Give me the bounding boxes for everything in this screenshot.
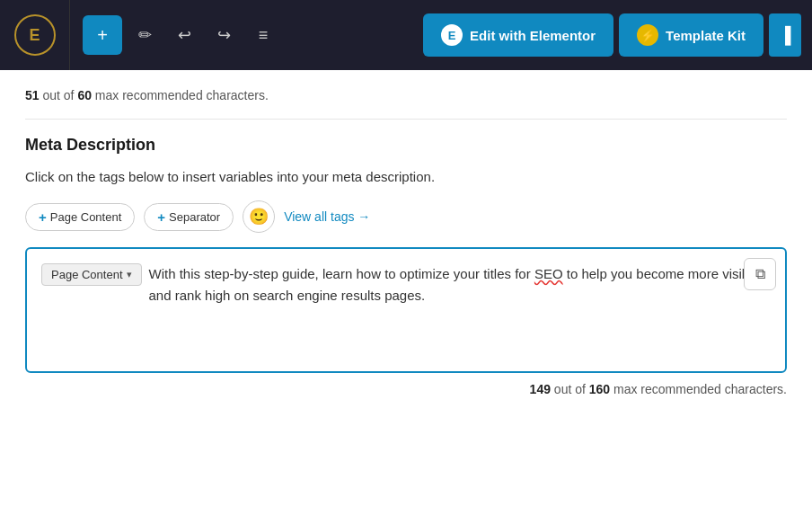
copy-button[interactable]: ⧉ [744, 258, 776, 290]
plus-icon-2: + [157, 209, 165, 225]
title-char-count: 51 out of 60 max recommended characters. [25, 88, 787, 120]
elementor-icon: E [441, 24, 463, 46]
template-kit-icon: ⚡ [637, 24, 658, 46]
edit-elementor-label: Edit with Elementor [470, 28, 596, 43]
separator-tag-button[interactable]: + Separator [144, 203, 234, 231]
logo-area: E [0, 0, 70, 70]
page-content-tag-button[interactable]: + Page Content [25, 203, 135, 231]
redo-button[interactable]: ↪ [207, 18, 241, 52]
title-char-max: 60 [77, 88, 92, 102]
undo-button[interactable]: ↩ [167, 18, 201, 52]
plus-icon: + [97, 25, 108, 46]
meta-description-heading: Meta Description [25, 136, 787, 155]
logo-icon: E [14, 14, 56, 56]
redo-icon: ↪ [217, 25, 231, 45]
template-kit-label: Template Kit [666, 28, 746, 43]
meta-description-box[interactable]: Page Content ▾ With this step-by-step gu… [25, 247, 787, 373]
template-kit-button[interactable]: ⚡ Template Kit [619, 13, 763, 57]
add-button[interactable]: + [83, 15, 122, 55]
meta-desc-content: Page Content ▾ With this step-by-step gu… [41, 263, 771, 306]
emoji-tag-button[interactable]: 🙂 [243, 200, 275, 233]
undo-icon: ↩ [178, 25, 191, 45]
plus-icon: + [39, 209, 47, 225]
side-panel-button[interactable]: ▐ [769, 13, 801, 57]
desc-char-number: 149 [530, 382, 551, 396]
view-all-tags-link[interactable]: View all tags → [284, 209, 370, 224]
emoji-icon: 🙂 [249, 207, 269, 226]
tags-row: + Page Content + Separator 🙂 View all ta… [25, 200, 787, 233]
toolbar: E + ✏ ↩ ↪ ≡ E Edit with Elementor ⚡ Temp… [0, 0, 812, 70]
edit-pencil-button[interactable]: ✏ [128, 18, 162, 52]
desc-text-part1: With this step-by-step guide, learn how … [149, 266, 534, 281]
desc-char-count: 149 out of 160 max recommended character… [25, 382, 787, 396]
menu-button[interactable]: ≡ [246, 18, 280, 52]
seo-word: SEO [534, 266, 563, 281]
meta-description-help-text: Click on the tags below to insert variab… [25, 169, 787, 184]
pencil-icon: ✏ [138, 25, 152, 45]
side-panel-icon: ▐ [780, 26, 791, 45]
page-content-inline-label: Page Content [51, 268, 123, 281]
page-content-tag-label: Page Content [50, 210, 122, 224]
main-content: 51 out of 60 max recommended characters.… [0, 70, 812, 414]
desc-char-label: max recommended characters. [613, 382, 787, 396]
page-content-inline-tag[interactable]: Page Content ▾ [41, 263, 142, 286]
copy-icon: ⧉ [755, 266, 765, 282]
title-char-number: 51 [25, 88, 40, 102]
desc-char-max: 160 [589, 382, 610, 396]
edit-with-elementor-button[interactable]: E Edit with Elementor [423, 13, 613, 57]
title-char-of: out of [42, 88, 77, 102]
desc-char-of: out of [554, 382, 589, 396]
separator-tag-label: Separator [169, 210, 220, 224]
chevron-down-icon: ▾ [127, 269, 132, 280]
meta-description-text: With this step-by-step guide, learn how … [149, 263, 771, 306]
menu-icon: ≡ [259, 26, 269, 45]
title-char-label: max recommended characters. [95, 88, 269, 102]
